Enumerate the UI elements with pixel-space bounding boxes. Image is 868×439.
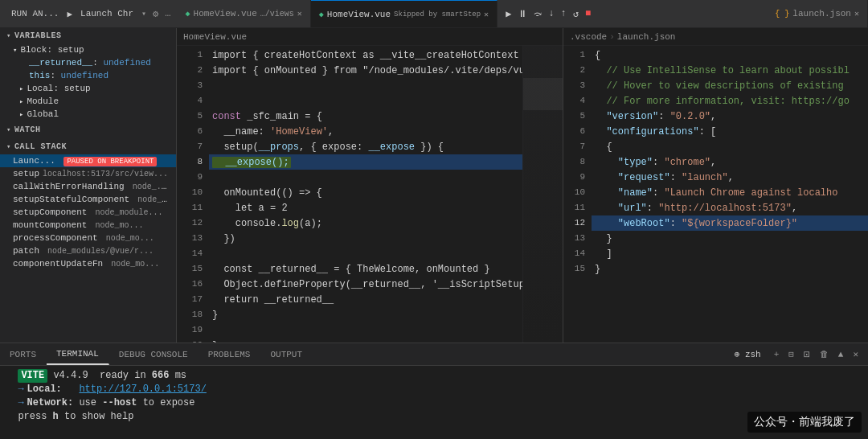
call-stack-file-5: node_mo... — [90, 221, 143, 230]
call-stack-fn-2: callWithErrorHandling — [13, 182, 125, 191]
tab-problems[interactable]: PROBLEMS — [199, 343, 261, 365]
code-line-1: import { createHotContext as __vite__cre… — [209, 47, 522, 63]
launch-config[interactable]: Launch Chr — [76, 7, 138, 20]
code-line-9 — [209, 170, 522, 185]
json-panel: .vscode › launch.json 1 2 3 4 5 6 7 8 9 … — [563, 28, 868, 343]
pause-icon[interactable]: ⏸ — [516, 6, 529, 22]
code-content[interactable]: import { createHotContext as __vite__cre… — [209, 46, 522, 343]
code-line-13: }) — [209, 231, 522, 246]
code-line-7: setup(__props, { expose: __expose }) { — [209, 139, 522, 154]
bottom-panel: PORTS TERMINAL DEBUG CONSOLE PROBLEMS OU… — [0, 343, 868, 439]
line-numbers: 1 2 3 4 5 6 7 8 9 10 11 12 13 14 15 16 1… — [177, 46, 209, 343]
terminal-x-btn[interactable]: ✕ — [850, 347, 862, 361]
tab-json-icon: { } — [775, 10, 789, 18]
json-line-11: "url": "http://localhost:5173", — [592, 200, 868, 215]
local-setup-group[interactable]: ▸ Local: setup — [0, 82, 176, 95]
var-returned-sep: : — [92, 58, 103, 68]
code-line-11: let a = 2 — [209, 200, 522, 215]
terminal-split-btn[interactable]: ⊟ — [785, 347, 797, 361]
jln-6: 6 — [563, 124, 585, 139]
tab-label-1: HomeView.vue — [194, 9, 257, 18]
var-this[interactable]: this: undefined — [0, 69, 176, 82]
more-icon[interactable]: … — [165, 8, 170, 19]
global-group[interactable]: ▸ Global — [0, 108, 176, 121]
block-chevron: ▾ — [13, 46, 17, 55]
terminal-maximize-btn[interactable]: ▲ — [835, 348, 847, 361]
block-setup-group[interactable]: ▾ Block: setup — [0, 43, 176, 56]
terminal-add-btn[interactable]: + — [771, 348, 783, 361]
call-stack-item-8[interactable]: componentUpdateFn node_mo... — [0, 257, 176, 270]
tab-launch-json[interactable]: { } launch.json ✕ — [767, 0, 868, 27]
call-stack-header[interactable]: ▾ CALL STACK — [0, 139, 176, 154]
variables-header[interactable]: ▾ VARIABLES — [0, 28, 176, 43]
code-line-14 — [209, 246, 522, 261]
tab-terminal[interactable]: TERMINAL — [47, 343, 109, 365]
json-line-14: ] — [592, 246, 868, 261]
editor-area: HomeView.vue 1 2 3 4 5 6 7 8 9 10 11 12 … — [177, 28, 563, 343]
tab-ports[interactable]: PORTS — [0, 343, 47, 365]
debug-sidebar: ▾ VARIABLES ▾ Block: setup __returned__:… — [0, 28, 177, 343]
tab-close-2[interactable]: ✕ — [484, 10, 489, 19]
code-line-15: const __returned__ = { TheWelcome, onMou… — [209, 261, 522, 277]
step-out-icon[interactable]: ↑ — [559, 6, 568, 21]
call-stack-item-5[interactable]: mountComponent node_mo... — [0, 219, 176, 232]
var-this-key: this — [29, 71, 50, 80]
jln-10: 10 — [563, 185, 585, 200]
tab-homeview-main[interactable]: ◆ HomeView.vue Skipped by smartStep ✕ — [311, 0, 497, 27]
json-crumb-sep: › — [609, 32, 615, 42]
json-line-7: { — [592, 139, 868, 154]
json-crumb-file: launch.json — [617, 32, 676, 42]
tab-close-1[interactable]: ✕ — [297, 9, 302, 18]
jln-2: 2 — [563, 63, 585, 78]
code-line-20: } — [209, 338, 522, 343]
watch-label: WATCH — [14, 125, 41, 134]
call-stack-item-3[interactable]: setupStatefulComponent node_mo... — [0, 193, 176, 206]
ln-17: 17 — [177, 292, 203, 307]
restart-icon[interactable]: ↺ — [571, 6, 580, 22]
tab-close-3[interactable]: ✕ — [854, 9, 859, 18]
local-url[interactable]: http://127.0.0.1:5173/ — [79, 383, 206, 396]
call-stack-item-4[interactable]: setupComponent node_module... — [0, 206, 176, 219]
json-line-3: // Hover to view descriptions of existin… — [592, 78, 868, 93]
call-stack-item-6[interactable]: processComponent node_mo... — [0, 232, 176, 244]
call-stack-fn-8: componentUpdateFn — [13, 259, 103, 269]
tab-homeview-views[interactable]: ◆ HomeView.vue …/views ✕ — [178, 0, 311, 27]
terminal-content[interactable]: VITE v4.4.9 ready in 666 ms → Local: htt… — [0, 366, 868, 439]
var-returned[interactable]: __returned__: undefined — [0, 56, 176, 69]
jln-9: 9 — [563, 170, 585, 185]
network-arrow: → — [6, 396, 24, 410]
jln-4: 4 — [563, 93, 585, 109]
code-line-2: import { onMounted } from "/node_modules… — [209, 63, 522, 78]
tab-label-2: HomeView.vue — [327, 10, 391, 19]
ln-1: 1 — [177, 47, 203, 63]
terminal-trash-btn[interactable]: 🗑 — [817, 347, 832, 361]
ln-4: 4 — [177, 93, 203, 109]
watch-header[interactable]: ▾ WATCH — [0, 122, 176, 137]
step-into-icon[interactable]: ↓ — [547, 6, 555, 21]
call-stack-item-7[interactable]: patch node_modules/@vue/r... — [0, 244, 176, 257]
ln-8: 8 — [177, 154, 203, 170]
var-returned-key: __returned__ — [29, 58, 92, 68]
call-stack-item-1[interactable]: setuplocalhost:5173/src/view... — [0, 167, 176, 180]
ln-12: 12 — [177, 215, 203, 231]
tab-ports-label: PORTS — [10, 350, 36, 359]
minimap — [522, 46, 563, 343]
terminal-close-btn[interactable]: ⊡ — [800, 347, 813, 363]
run-button[interactable]: RUN AN... — [6, 7, 63, 20]
call-stack-item-0[interactable]: Launc... PAUSED ON BREAKPOINT — [0, 154, 176, 167]
watch-chevron: ▾ — [6, 125, 11, 134]
stop-icon[interactable]: ■ — [583, 6, 592, 21]
step-over-icon[interactable]: ⤼ — [532, 6, 543, 22]
tab-output-label: OUTPUT — [270, 350, 302, 359]
tab-vue-icon-2: ◆ — [319, 10, 324, 19]
tab-debug-console[interactable]: DEBUG CONSOLE — [109, 343, 199, 365]
tab-output[interactable]: OUTPUT — [260, 343, 313, 365]
continue-icon[interactable]: ▶ — [504, 6, 513, 22]
call-stack-item-2[interactable]: callWithErrorHandling node_... — [0, 180, 176, 193]
settings-icon[interactable]: ⚙ — [153, 8, 158, 20]
terminal-line-vite: VITE v4.4.9 ready in 666 ms — [6, 369, 862, 383]
module-group[interactable]: ▸ Module — [0, 95, 176, 108]
json-content[interactable]: { // Use IntelliSense to learn about pos… — [592, 46, 868, 343]
ln-18: 18 — [177, 307, 203, 322]
call-stack-file-1: localhost:5173/src/view... — [43, 170, 168, 178]
